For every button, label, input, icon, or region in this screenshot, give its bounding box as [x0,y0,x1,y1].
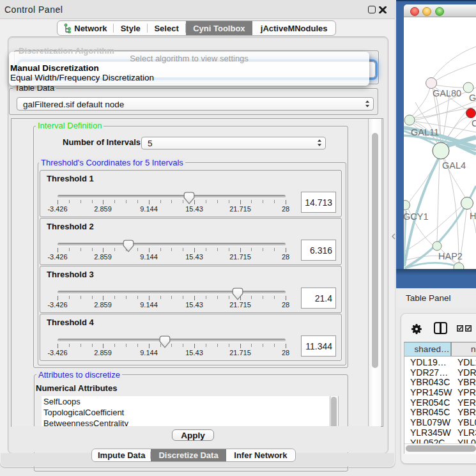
svg-text:GA: GA [469,93,476,103]
svg-text:GCY1: GCY1 [404,211,429,222]
svg-text:H: H [470,211,476,221]
svg-text:HAP2: HAP2 [438,251,463,261]
svg-text:C: C [472,118,476,128]
svg-text:GAL80: GAL80 [433,88,461,98]
svg-text:GAL11: GAL11 [411,127,439,137]
svg-text:GAL4: GAL4 [442,160,466,171]
